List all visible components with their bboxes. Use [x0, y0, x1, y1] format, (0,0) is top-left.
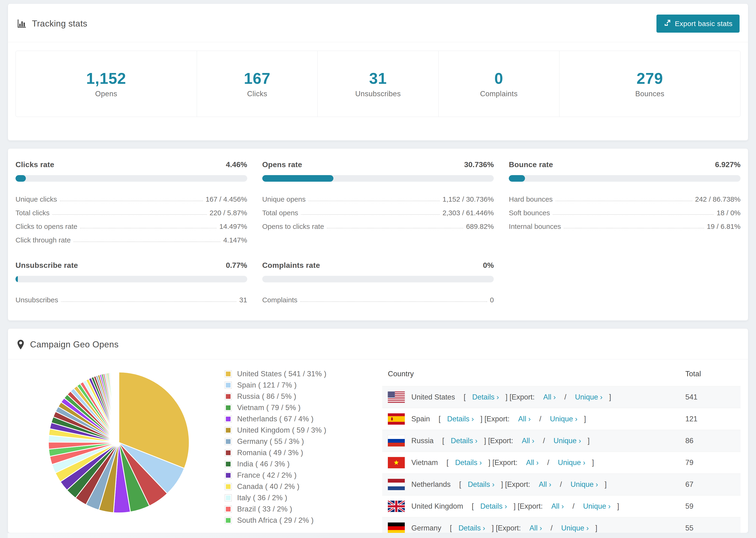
dotted-leader — [556, 201, 692, 201]
summary-stats-box: 1,152Opens167Clicks31Unsubscribes0Compla… — [16, 51, 740, 117]
export-all-link[interactable]: All › — [539, 480, 551, 489]
rate-row-label: Opens to clicks rate — [262, 223, 324, 231]
rate-row-value: 242 / 86.738% — [695, 195, 741, 203]
geo-table-row-ru: Russia [Details ›] [Export: All › / Uniq… — [382, 430, 740, 452]
bracket: [ — [440, 437, 444, 445]
flag-icon-gb — [388, 501, 405, 512]
geo-table-header-country: Country — [382, 362, 685, 386]
rate-row-label: Complaints — [262, 296, 297, 304]
export-basic-stats-button[interactable]: Export basic stats — [657, 15, 739, 32]
legend-label: Netherlands ( 67 / 4% ) — [237, 415, 314, 423]
rate-title: Opens rate — [262, 160, 302, 169]
details-link[interactable]: Details › — [459, 524, 485, 532]
dotted-leader — [74, 242, 220, 242]
geo-table-row-de: Germany [Details ›] [Export: All › / Uni… — [382, 517, 740, 533]
legend-swatch — [225, 427, 232, 434]
details-link[interactable]: Details › — [468, 480, 495, 489]
geo-title: Campaign Geo Opens — [17, 340, 119, 350]
country-name: Russia — [411, 437, 434, 445]
rate-head: Clicks rate4.46% — [16, 160, 247, 169]
progress-bar-fill — [509, 175, 525, 182]
export-all-link[interactable]: All › — [529, 524, 542, 532]
export-unique-link[interactable]: Unique › — [550, 415, 577, 423]
details-link[interactable]: Details › — [447, 415, 474, 423]
bracket: ] — [605, 480, 607, 489]
bracket: ] [Export: — [484, 437, 515, 445]
export-unique-link[interactable]: Unique › — [554, 437, 581, 445]
rate-head: Opens rate30.736% — [262, 160, 494, 169]
flag-icon-vn — [388, 457, 405, 468]
country-cell: Russia [Details ›] [Export: All › / Uniq… — [388, 435, 685, 447]
export-all-link[interactable]: All › — [522, 437, 534, 445]
country-total: 55 — [685, 517, 740, 533]
dotted-leader — [60, 201, 203, 201]
bracket: ] — [609, 393, 611, 402]
pie-svg — [41, 365, 196, 520]
dotted-leader — [61, 301, 237, 302]
rate-row-label: Unsubscribes — [16, 296, 58, 304]
legend-swatch — [225, 461, 232, 467]
geo-pie-chart — [41, 365, 196, 521]
country-total: 86 — [685, 430, 740, 452]
export-unique-link[interactable]: Unique › — [575, 393, 603, 402]
export-unique-link[interactable]: Unique › — [583, 502, 611, 511]
details-link[interactable]: Details › — [455, 458, 482, 467]
tracking-stats-card: Tracking stats Export basic stats 1,152O… — [8, 4, 748, 140]
legend-swatch — [225, 382, 232, 389]
rate-row: Clicks to opens rate14.497% — [16, 217, 247, 231]
flag-icon-es — [388, 413, 405, 425]
page-bottom-strip — [8, 533, 748, 538]
rate-percentage: 0.77% — [226, 261, 247, 270]
rates-grid: Clicks rate4.46%Unique clicks167 / 4.456… — [8, 149, 748, 320]
progress-bar-fill — [16, 175, 26, 182]
legend-label: Brazil ( 33 / 2% ) — [237, 505, 292, 513]
stat-label: Opens — [95, 90, 117, 98]
geo-table-header-total: Total — [685, 362, 740, 386]
rate-row-label: Unique opens — [262, 195, 306, 203]
flag-icon-us — [388, 392, 405, 403]
geo-header: Campaign Geo Opens — [8, 329, 748, 359]
rate-title: Bounce rate — [509, 160, 553, 169]
progress-bar-track — [16, 175, 247, 182]
export-all-link[interactable]: All › — [518, 415, 531, 423]
details-link[interactable]: Details › — [472, 393, 499, 402]
export-all-link[interactable]: All › — [526, 458, 539, 467]
stat-cell-complaints: 0Complaints — [439, 51, 560, 117]
export-unique-link[interactable]: Unique › — [570, 480, 598, 489]
rate-row-value: 4.147% — [223, 236, 247, 244]
dotted-leader — [301, 214, 440, 215]
dotted-leader — [308, 201, 440, 201]
bracket: ] — [588, 437, 590, 445]
export-all-link[interactable]: All › — [551, 502, 564, 511]
export-unique-link[interactable]: Unique › — [558, 458, 585, 467]
progress-bar-fill — [262, 175, 333, 182]
separator: / — [549, 524, 555, 532]
stat-label: Complaints — [480, 90, 518, 98]
legend-label: Italy ( 36 / 2% ) — [237, 494, 287, 502]
country-total: 79 — [685, 452, 740, 474]
details-link[interactable]: Details › — [451, 437, 477, 445]
stat-value: 279 — [636, 70, 663, 87]
rate-rows: Unsubscribes31 — [16, 290, 247, 304]
legend-item-germany: Germany ( 55 / 3% ) — [225, 437, 375, 446]
bracket: ] [Export: — [492, 524, 523, 532]
rate-block-bounce-rate: Bounce rate6.927%Hard bounces242 / 86.73… — [509, 160, 740, 244]
rate-rows: Hard bounces242 / 86.738%Soft bounces18 … — [509, 190, 740, 231]
stat-value: 167 — [244, 70, 270, 87]
geo-title-text: Campaign Geo Opens — [30, 340, 119, 350]
country-cell: Vietnam [Details ›] [Export: All › / Uni… — [388, 457, 685, 468]
legend-item-russia: Russia ( 86 / 5% ) — [225, 392, 375, 401]
rate-title: Complaints rate — [262, 261, 320, 270]
details-link[interactable]: Details › — [480, 502, 507, 511]
export-all-link[interactable]: All › — [543, 393, 556, 402]
dotted-leader — [300, 301, 487, 302]
bracket: [ — [436, 415, 441, 423]
legend-item-romania: Romania ( 49 / 3% ) — [225, 449, 375, 457]
legend-swatch — [225, 416, 232, 422]
dotted-leader — [80, 228, 216, 228]
export-unique-link[interactable]: Unique › — [561, 524, 589, 532]
country-total: 121 — [685, 408, 740, 430]
rate-row-value: 220 / 5.87% — [210, 209, 247, 217]
rate-row: Total clicks220 / 5.87% — [16, 203, 247, 217]
legend-item-vietnam: Vietnam ( 79 / 5% ) — [225, 404, 375, 412]
